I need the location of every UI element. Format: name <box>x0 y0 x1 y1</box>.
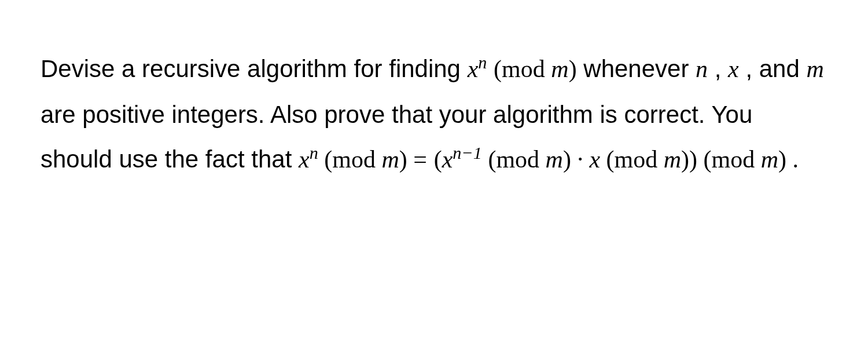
mod-operator-5: mod <box>712 146 761 173</box>
sep-1: ( <box>482 146 496 173</box>
expr-x-to-n-2: xn <box>299 145 318 173</box>
var-x: x <box>468 56 479 82</box>
text-part-1: Devise a recursive algorithm for finding <box>41 55 468 82</box>
var-m-2: m <box>807 56 824 82</box>
close-paren-double: )) <box>681 146 697 173</box>
close-paren-final: ) . <box>778 146 799 173</box>
open-paren-3: ( <box>434 146 442 173</box>
expr-x-to-n: xn <box>468 55 487 82</box>
var-m: m <box>551 56 568 82</box>
close-paren-2: ) <box>399 146 414 173</box>
close-paren: ) <box>569 56 577 82</box>
open-paren-2: ( <box>318 146 333 173</box>
sep-2: ( <box>600 146 615 173</box>
expr-mod-m-final: (mod m) . <box>697 145 799 173</box>
open-paren: ( <box>494 56 502 82</box>
problem-statement: Devise a recursive algorithm for finding… <box>41 46 827 183</box>
text-comma-1: , <box>708 55 728 82</box>
expr-mod-m-1: (mod m) <box>494 55 577 82</box>
expr-mod-m-2: (mod m) <box>318 145 414 173</box>
var-x-5: x <box>589 146 600 173</box>
mod-operator-4: mod <box>615 146 664 173</box>
exp-n: n <box>478 53 487 72</box>
text-comma-2: , and <box>739 55 807 82</box>
var-m-6: m <box>761 146 778 173</box>
var-m-5: m <box>664 146 681 173</box>
var-x-4: x <box>442 146 453 173</box>
expr-rhs: (xn−1 (mod m) · x (mod m)) <box>434 145 697 173</box>
equals-sign: = <box>413 146 427 173</box>
var-n: n <box>696 56 708 82</box>
mod-operator: mod <box>502 56 551 82</box>
sep-3: ( <box>697 146 712 173</box>
var-m-4: m <box>546 146 563 173</box>
mod-operator-2: mod <box>332 146 381 173</box>
exp-n-minus-1: n−1 <box>453 143 482 163</box>
var-x-2: x <box>728 56 739 82</box>
text-part-2: whenever <box>577 55 696 82</box>
var-m-3: m <box>381 146 399 173</box>
exp-n-2: n <box>310 143 318 163</box>
var-x-3: x <box>299 146 310 173</box>
close-dot: ) · <box>563 146 590 173</box>
mod-operator-3: mod <box>496 146 545 173</box>
